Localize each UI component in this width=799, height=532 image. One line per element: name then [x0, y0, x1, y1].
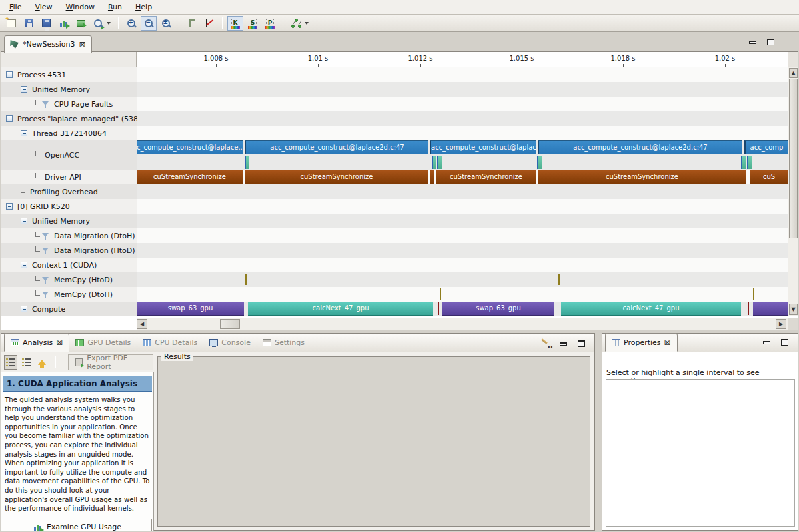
timeline-ruler[interactable]: 1.008 s1.01 s1.012 s1.015 s1.018 s1.02 s [137, 52, 788, 67]
openacc-event-mark[interactable] [245, 156, 249, 169]
generate-timeline-button[interactable] [55, 16, 71, 31]
minimize-icon[interactable] [763, 341, 770, 344]
memcpy-htod-tick[interactable] [245, 274, 247, 285]
menu-window[interactable]: Window [59, 1, 101, 13]
driver-api-interval[interactable]: cuS [750, 170, 788, 184]
scroll-left-button[interactable]: ◀ [137, 319, 147, 329]
minimize-icon[interactable] [560, 342, 567, 346]
horizontal-scroll-thumb[interactable] [220, 319, 240, 329]
tab-cpu-details[interactable]: CPU Details [137, 334, 203, 352]
tab-console[interactable]: Console [203, 334, 257, 352]
kernel-interval-clipped[interactable] [753, 302, 788, 316]
compute-boundary-tick[interactable] [438, 302, 439, 315]
call-tree-button[interactable] [288, 16, 304, 31]
memcpy-dtoh-tick[interactable] [753, 288, 754, 300]
driver-api-interval[interactable]: cuStreamSynchronize [538, 170, 746, 184]
openacc-event-mark[interactable] [432, 156, 436, 169]
tree-row-openacc[interactable]: OpenACC [1, 140, 137, 170]
tab-analysis[interactable]: Analysis⊠ [4, 333, 69, 352]
tab-gpu-details[interactable]: GPU Details [69, 334, 137, 352]
tree-row-cpu-page-faults[interactable]: CPU Page Faults [1, 97, 137, 111]
tree-row-profiling-overhead[interactable]: Profiling Overhead [1, 184, 137, 199]
openacc-interval[interactable]: c_compute_construct@laplace... [137, 140, 243, 154]
menu-view[interactable]: View [28, 1, 59, 13]
openacc-interval[interactable]: acc_comp [744, 140, 788, 154]
tree-row-process-4531[interactable]: Process 4531 [1, 67, 137, 82]
collapse-toggle-icon[interactable] [21, 306, 27, 312]
unguided-analysis-button[interactable] [20, 355, 33, 370]
maximize-icon[interactable] [781, 339, 788, 346]
openacc-event-mark[interactable] [437, 156, 442, 169]
process-coloring-button[interactable]: P [262, 16, 278, 31]
vertical-scroll-thumb[interactable] [789, 79, 798, 238]
run-analysis-button[interactable] [73, 16, 89, 31]
tree-row-memcpy-htod[interactable]: MemCpy (HtoD) [1, 272, 137, 287]
tree-row-process-laplace-managed-538[interactable]: Process "laplace_managed" (538) [1, 111, 137, 126]
openacc-event-mark[interactable] [747, 156, 752, 169]
view-menu-icon[interactable] [540, 339, 549, 348]
zoom-out-button[interactable]: − [141, 16, 157, 31]
driver-api-interval[interactable] [430, 170, 434, 184]
tab-properties[interactable]: Properties ⊠ [605, 333, 678, 352]
tree-row-thread-3172140864[interactable]: Thread 3172140864 [1, 126, 137, 140]
tab-settings[interactable]: Settings [257, 334, 311, 352]
collapse-toggle-icon[interactable] [6, 115, 13, 122]
openacc-interval[interactable]: acc_compute_construct@laplace2d.c:47 [538, 140, 742, 154]
minimize-icon[interactable] [749, 41, 756, 44]
tree-row-data-migration-dtoh[interactable]: Data Migration (DtoH) [1, 228, 137, 243]
kernel-coloring-button[interactable]: K [227, 16, 243, 31]
kernel-interval-calcnext-47-gpu[interactable]: calcNext_47_gpu [248, 302, 433, 316]
back-button[interactable] [36, 355, 49, 370]
scroll-up-button[interactable]: ▲ [789, 68, 798, 78]
collapse-toggle-icon[interactable] [21, 262, 27, 268]
tree-row-unified-memory[interactable]: Unified Memory [1, 214, 137, 228]
collapse-toggle-icon[interactable] [6, 203, 13, 210]
driver-api-interval[interactable]: cuStreamSynchronize [137, 170, 243, 184]
save-button[interactable] [21, 16, 37, 31]
collapse-toggle-icon[interactable] [21, 130, 27, 136]
tab-session[interactable]: *NewSession3 ⊠ [4, 35, 92, 53]
tree-row-memcpy-dtoh[interactable]: MemCpy (DtoH) [1, 287, 137, 302]
save-all-button[interactable] [38, 16, 54, 31]
menu-help[interactable]: Help [129, 1, 159, 13]
menu-run[interactable]: Run [101, 1, 129, 13]
stream-coloring-button[interactable]: S [245, 16, 261, 31]
menu-file[interactable]: File [3, 1, 28, 13]
close-icon[interactable]: ⊠ [664, 338, 671, 346]
collapse-toggle-icon[interactable] [21, 86, 27, 93]
examine-gpu-usage-button[interactable]: Examine GPU Usage [3, 519, 152, 531]
export-pdf-report-button[interactable]: Export PDF Report [68, 354, 153, 370]
tree-row-data-migration-htod[interactable]: Data Migration (HtoD) [1, 243, 137, 258]
memcpy-htod-tick[interactable] [558, 274, 560, 285]
kernel-interval-swap-63-gpu[interactable]: swap_63_gpu [137, 302, 244, 316]
run-search-button[interactable] [90, 16, 106, 31]
zoom-in-button[interactable]: + [123, 16, 139, 31]
collapse-toggle-icon[interactable] [21, 218, 27, 224]
tree-row-0-grid-k520[interactable]: [0] GRID K520 [1, 199, 137, 214]
tree-row-driver-api[interactable]: Driver API [1, 170, 137, 184]
openacc-interval[interactable]: acc_compute_construct@laplace... [430, 140, 536, 154]
go-to-marker-button[interactable] [201, 16, 217, 31]
zoom-fit-button[interactable]: ± [158, 16, 174, 31]
close-icon[interactable]: ⊠ [79, 41, 85, 49]
compute-boundary-tick[interactable] [748, 302, 749, 315]
tree-row-unified-memory[interactable]: Unified Memory [1, 82, 137, 97]
openacc-event-mark[interactable] [741, 156, 746, 169]
scroll-right-button[interactable]: ▶ [776, 319, 786, 329]
memcpy-dtoh-tick[interactable] [440, 288, 441, 300]
go-to-start-marker-button[interactable] [184, 16, 200, 31]
timeline-canvas[interactable]: c_compute_construct@laplace...acc_comput… [137, 67, 788, 316]
kernel-interval-calcnext-47-gpu[interactable]: calcNext_47_gpu [561, 302, 741, 316]
horizontal-scrollbar[interactable]: ◀ ▶ [137, 318, 788, 330]
vertical-scrollbar[interactable]: ▲ ▼ [788, 67, 798, 316]
maximize-icon[interactable] [767, 39, 774, 45]
maximize-icon[interactable] [578, 340, 585, 347]
driver-api-interval[interactable]: cuStreamSynchronize [436, 170, 536, 184]
openacc-interval[interactable]: acc_compute_construct@laplace2d.c:47 [245, 140, 428, 154]
close-icon[interactable]: ⊠ [56, 338, 63, 346]
tree-row-context-1-cuda[interactable]: Context 1 (CUDA) [1, 258, 137, 272]
driver-api-interval[interactable]: cuStreamSynchronize [245, 170, 428, 184]
collapse-toggle-icon[interactable] [6, 71, 13, 78]
new-session-button[interactable] [3, 16, 19, 31]
openacc-event-mark[interactable] [537, 156, 542, 169]
